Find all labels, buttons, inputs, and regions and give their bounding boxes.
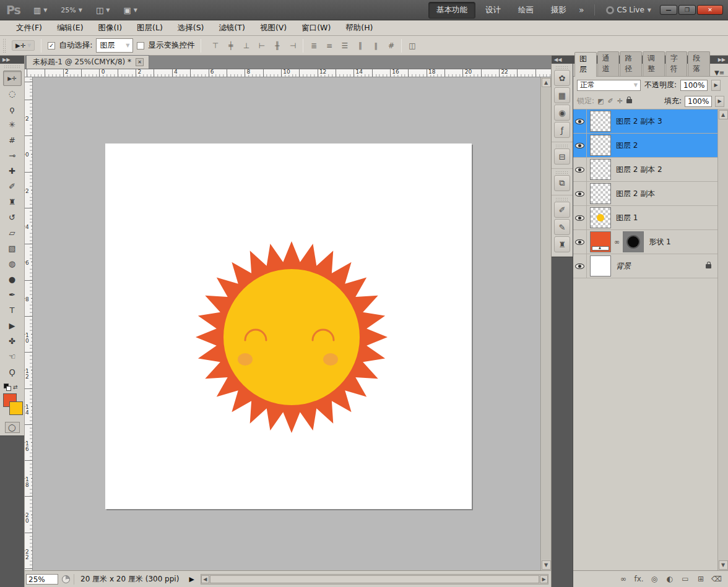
- workspace-button[interactable]: 绘画: [511, 2, 541, 18]
- layer-thumbnail[interactable]: [590, 159, 611, 180]
- type-tool[interactable]: T: [3, 302, 22, 318]
- layer-visibility-toggle[interactable]: [573, 206, 587, 229]
- canvas[interactable]: [105, 144, 472, 509]
- layer-row[interactable]: 图层 2: [573, 134, 717, 158]
- tools-panel-header[interactable]: ▶▶: [0, 56, 24, 64]
- quick-selection-tool[interactable]: ✳: [3, 117, 22, 132]
- layer-style-icon[interactable]: fx.: [634, 575, 644, 583]
- hand-tool[interactable]: ☜: [3, 349, 22, 364]
- layer-row[interactable]: 图层 2 副本: [573, 182, 717, 206]
- layer-row[interactable]: ∞形状 1: [573, 230, 717, 254]
- horizontal-scrollbar[interactable]: ◀ ▶: [201, 574, 548, 585]
- layer-comps-panel-icon[interactable]: ⧉: [554, 175, 570, 191]
- scrollbar-track[interactable]: [542, 88, 551, 560]
- brushes-panel-icon[interactable]: ✐: [554, 202, 570, 218]
- layers-scrollbar[interactable]: ▲ ▼: [717, 109, 728, 570]
- close-button[interactable]: ✕: [697, 5, 723, 15]
- clone-stamp-tool[interactable]: ♜: [3, 194, 22, 210]
- brush-tool[interactable]: ✐: [3, 179, 22, 194]
- layer-thumbnail[interactable]: [590, 183, 611, 204]
- auto-align-layers-icon[interactable]: ◫: [407, 41, 417, 50]
- align-bottom-edges-icon[interactable]: ⊥: [241, 41, 251, 50]
- menu-item[interactable]: 帮助(H): [338, 20, 380, 36]
- lasso-tool[interactable]: ϙ: [3, 101, 22, 117]
- scroll-right-icon[interactable]: ▶: [540, 575, 548, 583]
- distribute-top-edges-icon[interactable]: ≣: [308, 41, 319, 50]
- layer-visibility-toggle[interactable]: [573, 109, 587, 133]
- menu-item[interactable]: 滤镜(T): [211, 20, 252, 36]
- maximize-button[interactable]: ❐: [678, 5, 696, 15]
- custom-shape-tool[interactable]: ✤: [3, 333, 22, 349]
- distribute-horizontal-centers-icon[interactable]: ∥: [370, 41, 381, 50]
- layer-row[interactable]: 图层 2 副本 2: [573, 158, 717, 182]
- menu-item[interactable]: 图层(L): [129, 20, 170, 36]
- panel-tab-段落[interactable]: 段落: [688, 51, 710, 76]
- menu-item[interactable]: 窗口(W): [294, 20, 338, 36]
- vertical-ruler[interactable]: 20246810121416182022: [25, 77, 33, 570]
- crop-tool[interactable]: #: [3, 132, 22, 148]
- dock-header[interactable]: ◀◀: [552, 56, 573, 64]
- layer-thumbnail[interactable]: [590, 255, 611, 276]
- scroll-up-icon[interactable]: ▲: [542, 78, 551, 87]
- history-brush-tool[interactable]: ↺: [3, 210, 22, 225]
- close-tab-icon[interactable]: ✕: [136, 58, 144, 66]
- vector-mask-thumbnail[interactable]: [623, 231, 644, 252]
- delete-layer-icon[interactable]: ⌫: [711, 575, 722, 583]
- add-layer-mask-icon[interactable]: ◎: [649, 575, 659, 583]
- adjustment-layer-icon[interactable]: ◐: [665, 575, 675, 583]
- menu-item[interactable]: 选择(S): [170, 20, 212, 36]
- history-panel-icon[interactable]: ⊟: [554, 148, 570, 165]
- layer-thumbnail[interactable]: [590, 111, 611, 132]
- status-zoom-input[interactable]: 25%: [26, 574, 58, 585]
- auto-select-target-dropdown[interactable]: 图层▼: [96, 38, 133, 53]
- arrange-documents-button[interactable]: ◫▼: [92, 4, 114, 17]
- eraser-tool[interactable]: ▱: [3, 225, 22, 241]
- panel-tab-字符[interactable]: 字符: [665, 51, 688, 76]
- panel-tab-调整[interactable]: 调整: [643, 51, 665, 76]
- gradient-tool[interactable]: ▧: [3, 241, 22, 256]
- link-layers-icon[interactable]: ∞: [618, 575, 628, 583]
- scroll-down-icon[interactable]: ▼: [542, 560, 551, 570]
- horizontal-ruler[interactable]: 20246810121416182022: [25, 69, 551, 77]
- align-vertical-centers-icon[interactable]: ╪: [225, 41, 236, 50]
- panel-tab-通道[interactable]: 通道: [597, 51, 620, 76]
- panel-tab-路径[interactable]: 路径: [620, 51, 642, 76]
- layer-visibility-toggle[interactable]: [573, 230, 587, 254]
- new-layer-icon[interactable]: ⊞: [696, 575, 706, 583]
- scroll-up-icon[interactable]: ▲: [719, 110, 728, 119]
- align-right-edges-icon[interactable]: ⊣: [287, 41, 298, 50]
- marquee-tool[interactable]: ◌: [3, 86, 22, 101]
- fill-value[interactable]: 100%: [685, 96, 712, 107]
- layer-row[interactable]: 图层 1: [573, 206, 717, 230]
- distribute-bottom-edges-icon[interactable]: ☰: [339, 41, 350, 50]
- layer-visibility-toggle[interactable]: [573, 182, 587, 205]
- scroll-down-icon[interactable]: ▼: [719, 560, 728, 570]
- status-options-arrow[interactable]: ▶: [189, 575, 194, 583]
- distribute-right-edges-icon[interactable]: #: [386, 41, 396, 50]
- layer-row[interactable]: 图层 2 副本 3: [573, 109, 717, 134]
- layer-visibility-toggle[interactable]: [573, 254, 587, 278]
- blend-mode-dropdown[interactable]: 正常▼: [577, 80, 641, 91]
- vertical-scrollbar[interactable]: ▲ ▼: [540, 77, 551, 570]
- zoom-level-button[interactable]: 25%▼: [56, 4, 87, 16]
- dodge-tool[interactable]: ●: [3, 272, 22, 287]
- color-panel-icon[interactable]: ✿: [554, 70, 570, 86]
- screen-mode-button[interactable]: ▣▼: [119, 4, 141, 17]
- move-tool[interactable]: ▶✛: [3, 71, 22, 86]
- tool-preset-picker[interactable]: ▶✛▼: [12, 40, 35, 51]
- canvas-viewport[interactable]: [33, 77, 540, 570]
- path-selection-tool[interactable]: ▶: [3, 318, 22, 333]
- opacity-value[interactable]: 100%: [680, 80, 708, 91]
- healing-brush-tool[interactable]: ✚: [3, 163, 22, 179]
- masks-panel-icon[interactable]: ◉: [554, 105, 570, 121]
- lock-position-icon[interactable]: ✛: [617, 97, 623, 105]
- align-horizontal-centers-icon[interactable]: ╫: [272, 41, 282, 50]
- lock-transparency-icon[interactable]: ◩: [597, 97, 604, 105]
- fill-slider-button[interactable]: ▶: [715, 96, 724, 107]
- zoom-tool[interactable]: Ϙ: [3, 364, 22, 380]
- styles-panel-icon[interactable]: ƒ: [554, 122, 570, 138]
- menu-item[interactable]: 文件(F): [9, 20, 50, 36]
- tool-presets-panel-icon[interactable]: ✎: [554, 219, 570, 235]
- show-transform-controls-checkbox[interactable]: [137, 42, 144, 49]
- layer-visibility-toggle[interactable]: [573, 158, 587, 181]
